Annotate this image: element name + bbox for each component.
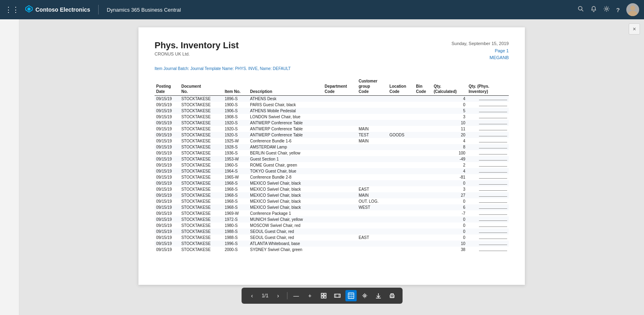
report-company: CRONUS UK Ltd. [155, 51, 239, 56]
table-row: 09/15/19STOCKTAKESE1988-SSEOUL Guest Cha… [155, 229, 509, 235]
table-cell: 09/15/19 [155, 229, 180, 235]
svg-line-3 [582, 10, 583, 11]
qty-phys-cell [467, 132, 509, 138]
table-cell: 09/15/19 [155, 138, 180, 144]
company-logo: Contoso Electronics [25, 5, 90, 15]
table-cell [414, 168, 432, 174]
table-cell [414, 235, 432, 241]
table-cell: ROME Guest Chair, green [248, 162, 323, 168]
table-row: 09/15/19STOCKTAKESE1968-SMEXICO Swivel C… [155, 192, 509, 198]
table-cell: 1920-S [223, 132, 248, 138]
table-cell [323, 144, 357, 150]
top-navigation: ⋮⋮ Contoso Electronics Dynamics 365 Busi… [0, 0, 644, 19]
table-cell [414, 241, 432, 247]
table-cell [388, 138, 414, 144]
table-cell: 1996-S [223, 241, 248, 247]
svg-point-2 [578, 6, 582, 10]
qty-phys-cell [467, 186, 509, 192]
table-cell [414, 120, 432, 126]
table-cell [357, 108, 388, 114]
table-cell [414, 198, 432, 204]
table-row: 09/15/19STOCKTAKESE1900-SPARIS Guest Cha… [155, 102, 509, 108]
select-tool-button[interactable] [345, 290, 357, 301]
col-document-no: DocumentNo. [180, 77, 223, 96]
help-icon[interactable]: ? [616, 6, 620, 13]
qty-calculated-cell: 6 [432, 204, 467, 210]
table-cell [357, 168, 388, 174]
qty-phys-cell [467, 150, 509, 156]
download-button[interactable] [373, 290, 384, 301]
avatar[interactable] [626, 3, 639, 16]
table-cell [388, 102, 414, 108]
table-cell: MEXICO Swivel Chair, black [248, 186, 323, 192]
table-cell [323, 216, 357, 222]
zoom-out-button[interactable]: — [291, 290, 302, 301]
table-cell: STOCKTAKESE [180, 229, 223, 235]
filter-name-label: , Name: [258, 66, 273, 71]
table-cell: 1972-S [223, 216, 248, 222]
table-cell: STOCKTAKESE [180, 138, 223, 144]
zoom-in-button[interactable]: + [304, 290, 316, 301]
table-row: 09/15/19STOCKTAKESE1964-STOKYO Guest Cha… [155, 168, 509, 174]
qty-phys-cell [467, 138, 509, 144]
table-cell: 1988-S [223, 235, 248, 241]
search-icon[interactable] [578, 6, 584, 14]
settings-icon[interactable] [603, 6, 610, 14]
table-cell: 09/15/19 [155, 162, 180, 168]
bottom-toolbar: ‹ 1/1 › — + [242, 288, 402, 304]
qty-calculated-cell: 3 [432, 186, 467, 192]
table-cell: STOCKTAKESE [180, 144, 223, 150]
table-cell [388, 247, 414, 253]
grid-icon[interactable]: ⋮⋮ [5, 5, 19, 14]
filter-template: PHYS. INVE [235, 66, 258, 71]
print-button[interactable] [386, 290, 398, 301]
qty-phys-cell [467, 144, 509, 150]
table-cell [388, 216, 414, 222]
table-cell: STOCKTAKESE [180, 198, 223, 204]
svg-rect-8 [324, 293, 326, 295]
report-wrapper: × Phys. Inventory List CRONUS UK Ltd. Su… [19, 19, 644, 315]
table-cell: ANTWERP Conference Table [248, 126, 323, 132]
report-page: Phys. Inventory List CRONUS UK Ltd. Sund… [138, 27, 525, 285]
filter-label: Item Journal Batch: Journal Template Nam… [155, 66, 235, 71]
table-cell [357, 120, 388, 126]
table-cell [388, 95, 414, 102]
table-cell [357, 210, 388, 216]
table-cell: STOCKTAKESE [180, 247, 223, 253]
qty-calculated-cell: 2 [432, 162, 467, 168]
prev-page-button[interactable]: ‹ [246, 290, 258, 301]
qty-calculated-cell: 100 [432, 150, 467, 156]
table-cell [388, 174, 414, 180]
next-page-button[interactable]: › [272, 290, 284, 301]
qty-phys-cell [467, 126, 509, 132]
pan-tool-button[interactable] [359, 290, 370, 301]
qty-calculated-cell: 0 [432, 102, 467, 108]
table-cell [414, 247, 432, 253]
table-cell: STOCKTAKESE [180, 235, 223, 241]
svg-rect-10 [324, 296, 326, 298]
table-cell [388, 150, 414, 156]
qty-calculated-cell: -49 [432, 156, 467, 162]
table-cell [388, 204, 414, 210]
table-cell: ATHENS Mobile Pedestal [248, 108, 323, 114]
table-cell: 1953-W [223, 156, 248, 162]
table-cell [323, 222, 357, 229]
table-row: 09/15/19STOCKTAKESE1968-SMEXICO Swivel C… [155, 198, 509, 204]
fit-width-button[interactable] [332, 290, 343, 301]
table-cell [357, 174, 388, 180]
table-cell: STOCKTAKESE [180, 186, 223, 192]
table-cell [414, 174, 432, 180]
close-button[interactable]: × [629, 23, 640, 35]
table-cell: 09/15/19 [155, 126, 180, 132]
table-cell: MEXICO Swivel Chair, black [248, 198, 323, 204]
table-cell: STOCKTAKESE [180, 222, 223, 229]
table-cell [323, 210, 357, 216]
svg-rect-23 [391, 296, 393, 297]
bell-icon[interactable] [590, 6, 597, 14]
table-row: 09/15/19STOCKTAKESE1969-WConference Pack… [155, 210, 509, 216]
table-cell: STOCKTAKESE [180, 192, 223, 198]
fit-page-button[interactable] [318, 290, 329, 301]
table-cell [388, 126, 414, 132]
qty-calculated-cell: 27 [432, 192, 467, 198]
table-cell [388, 120, 414, 126]
